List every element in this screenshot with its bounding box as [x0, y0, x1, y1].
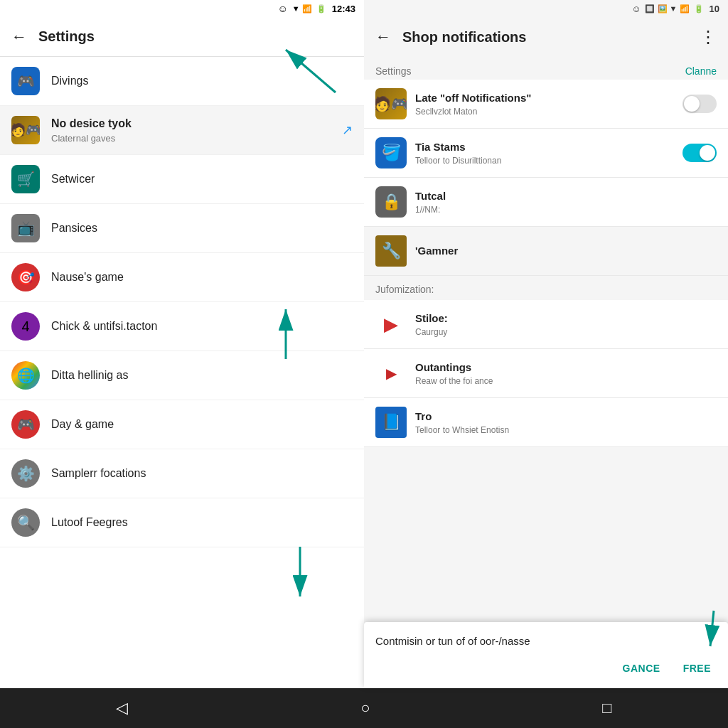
- automation-title: Jufomization:: [375, 284, 434, 295]
- divings-label: Divings: [51, 74, 353, 89]
- divings-icon: 🎮: [11, 67, 40, 95]
- lutoof-label: Lutoof Feegres: [51, 515, 353, 530]
- setwicer-icon: 🛒: [11, 165, 40, 193]
- left-screen: ☺ ▼ 📶 🔋 12:43 ← Settings: [0, 0, 364, 688]
- right-status-time: 10: [710, 4, 719, 14]
- stiloe-subtitle: Caurguy: [415, 327, 717, 337]
- stiloe-title: Stiloe:: [415, 311, 717, 326]
- stiloe-icon: ▶: [375, 309, 407, 340]
- nauses-game-label: Nause's game: [51, 270, 353, 285]
- list-item-lutoof[interactable]: 🔍 Lutoof Feegres: [0, 498, 364, 547]
- bottom-dialog: Contmisin or tun of of oor-/nasse GANCE …: [364, 622, 728, 688]
- section-settings-label: Settings: [375, 65, 412, 77]
- tia-stams-icon: 🪣: [375, 137, 407, 168]
- setwicer-label: Setwicer: [51, 172, 353, 187]
- list-item-nauses-game[interactable]: 🎯 Nause's game: [0, 253, 364, 302]
- right-item-outantings[interactable]: ▶ Outantings Reaw of the foi ance: [364, 349, 728, 398]
- left-toolbar: ← Settings: [0, 17, 364, 57]
- bottom-navigation: ◁ ○ □: [0, 688, 728, 728]
- right-section-header: Settings Clanne: [364, 57, 728, 80]
- tia-stams-title: Tia Stams: [415, 140, 682, 154]
- right-item-tro[interactable]: 📘 Tro Telloor to Whsiet Enotisn: [364, 398, 728, 447]
- pansices-icon: 📺: [11, 214, 40, 242]
- no-device-arrow: ↗: [342, 122, 353, 138]
- list-item-chick[interactable]: 4 Chick & untifsi.tacton: [0, 302, 364, 351]
- left-list: 🎮 Divings 🧑‍🎮 No desice tyok Claternal g…: [0, 57, 364, 688]
- late-off-toggle-thumb: [684, 96, 700, 112]
- no-device-subtitle: Claternal gaves: [51, 133, 342, 144]
- dialog-confirm-button[interactable]: FREE: [678, 660, 717, 677]
- dialog-cancel-button[interactable]: GANCE: [617, 660, 666, 677]
- outantings-icon: ▶: [375, 358, 407, 389]
- right-screen: ☺ 🔲 🖼️ ▼ 📶 🔋 10 ← Shop notifications ⋮ S…: [364, 0, 728, 688]
- day-game-icon: 🎮: [11, 410, 40, 439]
- no-device-label: No desice tyok: [51, 117, 342, 132]
- outantings-subtitle: Reaw of the foi ance: [415, 376, 717, 386]
- late-off-title: Late "off Notifications": [415, 91, 682, 105]
- list-item-day-game[interactable]: 🎮 Day & game: [0, 400, 364, 449]
- automation-section-header: Jufomization:: [364, 276, 728, 300]
- right-status-bar: ☺ 🔲 🖼️ ▼ 📶 🔋 10: [364, 0, 728, 17]
- right-item-late-off[interactable]: 🧑‍🎮 Late "off Notifications" Secllvzlot …: [364, 80, 728, 129]
- right-item-stiloe[interactable]: ▶ Stiloe: Caurguy: [364, 300, 728, 349]
- left-status-bar: ☺ ▼ 📶 🔋 12:43: [0, 0, 364, 17]
- nauses-game-icon: 🎯: [11, 263, 40, 291]
- chick-label: Chick & untifsi.tacton: [51, 319, 353, 334]
- late-off-icon: 🧑‍🎮: [375, 88, 407, 119]
- right-notifications-list: 🧑‍🎮 Late "off Notifications" Secllvzlot …: [364, 80, 728, 688]
- lutoof-icon: 🔍: [11, 508, 40, 537]
- tro-icon: 📘: [375, 407, 407, 438]
- tia-stams-subtitle: Telloor to Disurilttionan: [415, 156, 682, 166]
- no-device-icon: 🧑‍🎮: [11, 116, 40, 144]
- list-item-no-device[interactable]: 🧑‍🎮 No desice tyok Claternal gaves ↗: [0, 106, 364, 155]
- gamner-icon: 🔧: [375, 235, 407, 267]
- ditta-label: Ditta hellinig as: [51, 368, 353, 383]
- tutcal-title: Tutcal: [415, 189, 717, 203]
- right-toolbar: ← Shop notifications ⋮: [364, 17, 728, 57]
- tro-subtitle: Telloor to Whsiet Enotisn: [415, 425, 717, 435]
- list-item-samplerr[interactable]: ⚙️ Samplerr focations: [0, 449, 364, 498]
- samplerr-icon: ⚙️: [11, 459, 40, 488]
- right-back-button[interactable]: ←: [375, 28, 391, 46]
- list-item-divings[interactable]: 🎮 Divings: [0, 57, 364, 106]
- right-status-icons: 🔲 🖼️ ▼ 📶: [645, 4, 689, 14]
- list-item-ditta[interactable]: 🌐 Ditta hellinig as: [0, 351, 364, 400]
- samplerr-label: Samplerr focations: [51, 466, 353, 481]
- nav-home-button[interactable]: ○: [332, 693, 398, 723]
- nav-back-button[interactable]: ◁: [87, 693, 156, 723]
- outantings-title: Outantings: [415, 360, 717, 375]
- tro-title: Tro: [415, 410, 717, 424]
- gamner-title: 'Gamner: [415, 244, 717, 258]
- right-item-tutcal[interactable]: 🔒 Tutcal 1//NM:: [364, 178, 728, 227]
- right-status-emoji: ☺: [631, 4, 641, 14]
- tutcal-icon: 🔒: [375, 186, 407, 218]
- late-off-subtitle: Secllvzlot Maton: [415, 107, 682, 117]
- list-item-pansices[interactable]: 📺 Pansices: [0, 204, 364, 253]
- tia-stams-toggle-thumb: [700, 145, 715, 161]
- right-more-button[interactable]: ⋮: [700, 27, 717, 47]
- left-status-time: 12:43: [332, 4, 355, 14]
- tia-stams-toggle[interactable]: [682, 144, 717, 162]
- section-action-clanne[interactable]: Clanne: [685, 65, 717, 77]
- left-status-emoji: ☺: [278, 3, 288, 14]
- dialog-buttons: GANCE FREE: [375, 660, 717, 677]
- tutcal-subtitle: 1//NM:: [415, 205, 717, 215]
- chick-icon: 4: [11, 312, 40, 341]
- late-off-toggle[interactable]: [682, 95, 717, 113]
- nav-recents-button[interactable]: □: [574, 693, 640, 723]
- left-status-battery: 🔋: [316, 4, 326, 14]
- dialog-message: Contmisin or tun of of oor-/nasse: [375, 633, 717, 648]
- right-status-battery: 🔋: [694, 4, 704, 14]
- day-game-label: Day & game: [51, 417, 353, 432]
- left-screen-title: Settings: [38, 28, 95, 45]
- right-screen-title: Shop notifications: [402, 29, 688, 46]
- right-item-gamner[interactable]: 🔧 'Gamner: [364, 227, 728, 276]
- right-item-tia-stams[interactable]: 🪣 Tia Stams Telloor to Disurilttionan: [364, 129, 728, 178]
- pansices-label: Pansices: [51, 221, 353, 236]
- ditta-icon: 🌐: [11, 361, 40, 390]
- list-item-setwicer[interactable]: 🛒 Setwicer: [0, 155, 364, 204]
- left-back-button[interactable]: ←: [11, 28, 27, 46]
- left-status-icons: ▼ 📶: [292, 4, 312, 14]
